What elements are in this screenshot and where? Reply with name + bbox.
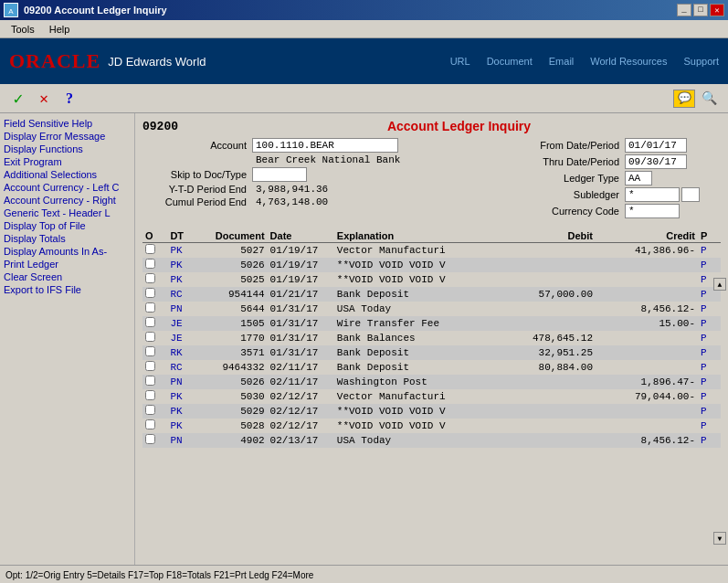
row-debit — [493, 404, 596, 419]
table-row: RC95414401/21/17Bank Deposit57,000.00P — [142, 287, 721, 302]
help-button[interactable]: ? — [60, 90, 79, 108]
scrollbar-down[interactable]: ▼ — [713, 532, 726, 545]
skip-to-doc-field[interactable] — [252, 167, 307, 182]
oracle-header: ORACLE JD Edwards World URL Document Ema… — [0, 38, 728, 84]
row-explanation: Bank Deposit — [334, 287, 493, 302]
row-date: 01/19/17 — [268, 272, 334, 287]
row-debit — [493, 389, 596, 404]
row-checkbox[interactable] — [145, 288, 155, 298]
row-explanation: Bank Deposit — [334, 360, 493, 375]
row-dt: PK — [167, 258, 199, 272]
chat-icon: 💬 — [678, 91, 691, 105]
nav-url[interactable]: URL — [450, 56, 470, 67]
close-button[interactable]: ✕ — [710, 4, 724, 16]
row-date: 01/31/17 — [268, 331, 334, 345]
nav-email[interactable]: Email — [549, 56, 575, 67]
thru-date-field[interactable] — [625, 154, 687, 169]
maximize-button[interactable]: □ — [693, 4, 708, 16]
row-document: 1770 — [199, 331, 267, 345]
row-checkbox[interactable] — [145, 376, 155, 386]
row-checkbox[interactable] — [145, 259, 155, 269]
row-checkbox[interactable] — [145, 346, 155, 356]
sidebar-item-export-ifs[interactable]: Export to IFS File — [4, 283, 131, 296]
row-credit — [596, 345, 698, 360]
scrollbar-up[interactable]: ▲ — [713, 278, 726, 291]
check-button[interactable]: ✓ — [9, 90, 27, 108]
table-row: JE177001/31/17Bank Balances478,645.12P — [142, 331, 721, 345]
row-checkbox[interactable] — [145, 405, 155, 415]
right-fields: From Date/Period Thru Date/Period Ledger… — [511, 138, 721, 220]
sidebar-item-display-totals[interactable]: Display Totals — [4, 232, 131, 245]
row-checkbox-cell — [142, 433, 167, 448]
minimize-button[interactable]: _ — [677, 4, 691, 16]
nav-document[interactable]: Document — [487, 56, 533, 67]
ledger-type-field[interactable] — [625, 171, 652, 186]
row-checkbox[interactable] — [145, 244, 155, 254]
row-document: 5025 — [199, 272, 267, 287]
currency-code-field[interactable] — [625, 204, 680, 218]
row-checkbox[interactable] — [145, 302, 155, 313]
sidebar-item-field-sensitive-help[interactable]: Field Sensitive Help — [4, 117, 131, 130]
table-row: PK503002/12/17Vector Manufacturi79,044.0… — [142, 389, 721, 404]
row-p: P — [698, 419, 721, 433]
x-icon: ✕ — [39, 90, 48, 108]
row-credit — [596, 331, 698, 345]
row-dt: PK — [167, 243, 199, 258]
row-checkbox[interactable] — [145, 434, 155, 444]
row-checkbox-cell — [142, 375, 167, 389]
subledger-extra-field[interactable] — [681, 187, 700, 202]
table-row: RC946433202/11/17Bank Deposit80,884.00P — [142, 360, 721, 375]
row-credit: 8,456.12- — [596, 433, 698, 448]
row-checkbox[interactable] — [145, 332, 155, 342]
sidebar-item-clear-screen[interactable]: Clear Screen — [4, 270, 131, 283]
table-row: PN564401/31/17USA Today8,456.12-P — [142, 302, 721, 316]
sidebar-item-account-currency-left[interactable]: Account Currency - Left C — [4, 181, 131, 194]
sidebar-item-print-ledger[interactable]: Print Ledger — [4, 258, 131, 270]
row-checkbox[interactable] — [145, 361, 155, 371]
nav-world-resources[interactable]: World Resources — [590, 56, 667, 67]
subledger-field[interactable] — [625, 187, 680, 202]
title-bar-left: A 09200 Account Ledger Inquiry — [4, 3, 167, 17]
sidebar-item-generic-text[interactable]: Generic Text - Header L — [4, 207, 131, 219]
sidebar-item-display-top[interactable]: Display Top of File — [4, 219, 131, 232]
row-dt: JE — [167, 316, 199, 331]
row-checkbox[interactable] — [145, 419, 155, 429]
menu-help[interactable]: Help — [42, 22, 78, 37]
row-credit: 79,044.00- — [596, 389, 698, 404]
row-explanation: Vector Manufacturi — [334, 389, 493, 404]
account-row: Account — [142, 138, 462, 153]
nav-support[interactable]: Support — [683, 56, 719, 67]
row-p: P — [698, 404, 721, 419]
row-document: 9464332 — [199, 360, 267, 375]
menu-bar: Tools Help — [0, 20, 728, 38]
sidebar-item-display-functions[interactable]: Display Functions — [4, 143, 131, 155]
toolbar-right: 💬 🔍 — [673, 90, 719, 108]
row-dt: PK — [167, 272, 199, 287]
row-credit: 15.00- — [596, 316, 698, 331]
account-field[interactable] — [252, 138, 398, 153]
sidebar-item-additional-selections[interactable]: Additional Selections — [4, 168, 131, 181]
cancel-button[interactable]: ✕ — [35, 90, 53, 108]
cumul-value: 4,763,148.00 — [252, 196, 328, 207]
row-dt: JE — [167, 331, 199, 345]
status-text: Opt: 1/2=Orig Entry 5=Details F17=Top F1… — [5, 570, 313, 580]
row-debit — [493, 419, 596, 433]
sidebar-item-display-error-message[interactable]: Display Error Message — [4, 130, 131, 143]
sidebar-item-display-amounts[interactable]: Display Amounts In As- — [4, 245, 131, 258]
currency-code-label: Currency Code — [520, 206, 625, 217]
sidebar-item-exit-program[interactable]: Exit Program — [4, 155, 131, 168]
row-debit — [493, 316, 596, 331]
row-checkbox[interactable] — [145, 273, 155, 283]
search-button[interactable]: 🔍 — [699, 90, 719, 108]
menu-tools[interactable]: Tools — [4, 22, 42, 37]
chat-button[interactable]: 💬 — [673, 90, 695, 108]
col-header-debit: Debit — [493, 229, 596, 243]
row-checkbox[interactable] — [145, 390, 155, 400]
row-document: 3571 — [199, 345, 267, 360]
ytd-value: 3,988,941.36 — [252, 184, 328, 195]
col-header-explanation: Explanation — [334, 229, 493, 243]
sidebar-item-account-currency-right[interactable]: Account Currency - Right — [4, 194, 131, 207]
from-date-field[interactable] — [625, 138, 687, 153]
row-checkbox[interactable] — [145, 317, 155, 327]
table-row: PN490202/13/17USA Today8,456.12-P — [142, 433, 721, 448]
